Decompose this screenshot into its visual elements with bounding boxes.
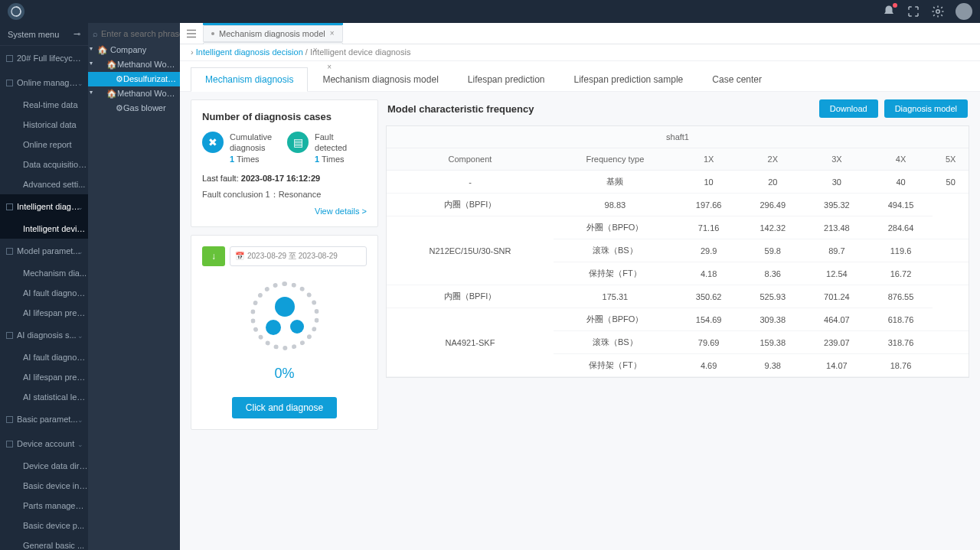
menu-item[interactable]: AI lifespan predi... xyxy=(0,367,88,387)
progress-ring xyxy=(250,282,319,350)
tree-ws1[interactable]: ▾🏠Methanol Workshop 1 xyxy=(88,57,180,72)
menu-item[interactable]: Intelligent diagno...⌄ xyxy=(0,194,88,219)
diagnosis-cases-card: Number of diagnosis cases ✖ Cumulativedi… xyxy=(191,99,378,227)
menu-item[interactable]: General basic ... xyxy=(0,535,88,550)
diag-title: Number of diagnosis cases xyxy=(202,111,367,122)
tree-gas[interactable]: ⚙Gas blower xyxy=(88,101,180,116)
search-icon: ⌕ xyxy=(93,29,98,38)
menu-item[interactable]: Model paramet...⌄ xyxy=(0,239,88,263)
menu-item[interactable]: Online managem...⌄ xyxy=(0,70,88,95)
calendar-icon: 📅 xyxy=(235,252,244,260)
wrench-icon: ✖ xyxy=(202,132,224,153)
tree-ws2[interactable]: ▾🏠Methanol Workshop 2 xyxy=(88,86,180,101)
menu-item[interactable]: Basic paramet...⌄ xyxy=(0,407,88,431)
menu-item[interactable]: Basic device p... xyxy=(0,516,88,535)
menu-item[interactable]: Real-time data xyxy=(0,95,88,115)
list-icon: ▤ xyxy=(287,132,309,153)
tree-desulf[interactable]: ⚙Desulfurization and... xyxy=(88,72,180,86)
sidebar: System menu ⊸ 20# Full lifecycle d...Onl… xyxy=(0,23,88,550)
freq-table: shaft1 ComponentFrequency type1X2X3X4X5X… xyxy=(386,125,969,378)
tree-search-input[interactable] xyxy=(101,29,180,38)
menu-item[interactable]: 20# Full lifecycle d... xyxy=(0,46,88,70)
collapse-icon[interactable]: ⊸ xyxy=(74,29,80,39)
menu-item[interactable]: Device data directory xyxy=(0,456,88,476)
table-row: 内圈（BPFI）98.83197.66296.49395.32494.15 xyxy=(387,194,969,216)
tree-panel: ⌕ ▾🏠 Company ▾🏠Methanol Workshop 1 ⚙Desu… xyxy=(88,23,180,550)
diagnosis-model-button[interactable]: Diagnosis model xyxy=(884,99,968,118)
menu-item[interactable]: Basic device infor... xyxy=(0,476,88,496)
subtab[interactable]: Lifespan prediction xyxy=(453,67,560,91)
menu-item[interactable]: Mechanism dia... xyxy=(0,263,88,283)
date-range-input[interactable]: 📅2023-08-29 至 2023-08-29 xyxy=(230,246,367,266)
hamburger-icon[interactable] xyxy=(185,27,198,41)
menu-item[interactable]: AI diagnosis s...⌄ xyxy=(0,323,88,347)
start-button[interactable]: ↓ xyxy=(202,246,225,266)
subtab[interactable]: Mechanism diagnosis xyxy=(191,67,308,92)
menu-item[interactable]: Parts management xyxy=(0,496,88,516)
click-diagnose-button[interactable]: Click and diagnose xyxy=(232,397,337,418)
logo xyxy=(8,3,24,20)
menu-item[interactable]: AI lifespan predi... xyxy=(0,303,88,323)
menu-item[interactable]: AI fault diagnosi... xyxy=(0,283,88,303)
gear-icon[interactable] xyxy=(931,5,945,18)
subtab[interactable]: Case center xyxy=(697,67,776,91)
tree-company[interactable]: ▾🏠 Company xyxy=(88,43,180,57)
subtabs: Mechanism diagnosisMechanism diagnosis m… xyxy=(180,61,980,92)
svg-point-1 xyxy=(936,10,940,14)
table-row: NA4921-SKF外圈（BPFO）154.69309.38464.07618.… xyxy=(387,308,969,331)
menu-item[interactable]: Data acquisition Se... xyxy=(0,155,88,174)
menu-item[interactable]: Online report xyxy=(0,135,88,155)
menu-item[interactable]: AI fault diagnosi... xyxy=(0,347,88,367)
topbar xyxy=(0,0,980,23)
table-row: N212EC/15U/30-SNR外圈（BPFO）71.16142.32213.… xyxy=(387,216,969,239)
table-row: -基频1020304050 xyxy=(387,171,969,194)
fullscreen-icon[interactable] xyxy=(906,5,920,18)
avatar[interactable] xyxy=(956,3,972,20)
diagnosis-run-card: ↓ 📅2023-08-29 至 2023-08-29 0% Click and … xyxy=(191,235,378,430)
freq-title: Model characteristic frequency xyxy=(387,103,534,115)
system-menu-header: System menu ⊸ xyxy=(0,23,88,46)
menu-item[interactable]: AI statistical lea... xyxy=(0,387,88,407)
crumb-a[interactable]: Intelligent diagnosis decision xyxy=(196,47,303,57)
progress-percent: 0% xyxy=(202,366,367,382)
bell-icon[interactable] xyxy=(882,5,896,18)
subtab[interactable]: Lifespan prediction sample xyxy=(560,67,698,91)
tab[interactable]: Mechanism diagnosis model × xyxy=(203,25,343,42)
menu-item[interactable]: Historical data xyxy=(0,115,88,135)
download-button[interactable]: Download xyxy=(819,99,878,118)
table-row: 内圈（BPFI）175.31350.62525.93701.24876.55 xyxy=(387,285,969,308)
menu-item[interactable]: Device account⌄ xyxy=(0,431,88,456)
breadcrumb: › Intelligent diagnosis decision / Intel… xyxy=(180,44,980,61)
menu-item[interactable]: Intelligent device di... xyxy=(0,219,88,239)
view-details-link[interactable]: View details > xyxy=(315,207,367,216)
menu-item[interactable]: Advanced setti... xyxy=(0,174,88,194)
tabs-row: no-name ×Intelligent device diagnosis ×M… xyxy=(180,23,980,44)
